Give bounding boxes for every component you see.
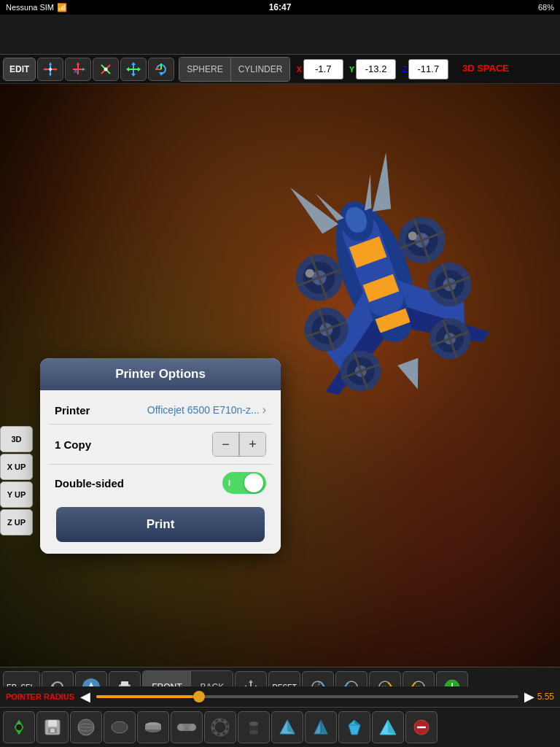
svg-point-117 (189, 724, 196, 731)
svg-marker-4 (43, 68, 46, 71)
toggle-knob (244, 473, 263, 492)
radius-slider[interactable] (96, 695, 518, 698)
double-sided-toggle[interactable]: I (222, 472, 266, 494)
svg-point-111 (112, 721, 128, 733)
move-x-icon[interactable] (37, 58, 63, 81)
svg-marker-71 (397, 358, 428, 393)
x-coord-group: X (296, 59, 343, 80)
x-label: X (296, 65, 301, 74)
svg-marker-9 (77, 62, 79, 65)
3d-canvas[interactable]: 3D X UP Y UP Z UP Printer Options Printe… (0, 84, 560, 667)
copy-row: 1 Copy − + (49, 425, 272, 465)
svg-marker-10 (82, 68, 85, 71)
dialog-title: Printer Options (115, 367, 206, 381)
svg-point-118 (213, 720, 228, 735)
x-up-button[interactable]: X UP (0, 454, 33, 480)
top-toolbar (0, 15, 560, 55)
svg-marker-20 (138, 67, 141, 71)
svg-marker-37 (290, 176, 340, 239)
svg-rect-114 (145, 725, 161, 729)
print-button[interactable]: Print (56, 507, 265, 542)
svg-point-14 (104, 67, 108, 71)
svg-point-122 (249, 730, 258, 735)
shape-cylinder-button[interactable] (238, 711, 270, 743)
svg-point-6 (49, 68, 52, 71)
3d-space-label: 3D SPACE (462, 63, 509, 74)
cylinder-button[interactable]: CYLINDER (231, 58, 290, 81)
dialog-header: Printer Options (40, 358, 281, 390)
svg-marker-17 (131, 62, 136, 65)
shape-cone-button[interactable] (271, 711, 303, 743)
svg-marker-2 (49, 62, 52, 65)
edit-button[interactable]: EDIT (3, 58, 36, 81)
svg-marker-5 (55, 68, 58, 71)
move-y-icon[interactable]: X (65, 58, 91, 81)
svg-marker-19 (126, 67, 129, 71)
bottom-toolbar-2 (0, 707, 560, 747)
svg-marker-3 (49, 74, 52, 77)
double-sided-label: Double-sided (55, 477, 124, 489)
scroll-right-button[interactable]: ▶ (524, 689, 534, 705)
y-coord-group: Y (349, 59, 396, 80)
pointer-radius-label: POINTER RADIUS (6, 692, 74, 701)
shape-flat-button[interactable] (137, 711, 169, 743)
y-input[interactable] (356, 59, 396, 80)
svg-point-103 (16, 724, 22, 730)
svg-text:z: z (318, 681, 321, 686)
copy-label: 1 Copy (55, 438, 91, 451)
shape-ellipsoid-button[interactable] (104, 711, 136, 743)
shape-prism-button[interactable] (305, 711, 337, 743)
copy-stepper: − + (212, 432, 266, 457)
z-input[interactable] (408, 59, 448, 80)
y-up-button[interactable]: Y UP (0, 481, 33, 508)
scroll-left-button[interactable]: ◀ (80, 689, 90, 705)
sphere-button[interactable]: SPHERE (179, 58, 230, 81)
printer-options-dialog: Printer Options Printer Officejet 6500 E… (40, 358, 281, 554)
z-coord-group: Z (402, 59, 448, 80)
z-up-button[interactable]: Z UP (0, 509, 33, 535)
svg-marker-83 (249, 680, 253, 683)
radius-slider-fill (96, 695, 202, 698)
wifi-icon: 📶 (57, 3, 67, 12)
radius-value: 5.55 (537, 692, 554, 702)
left-side-buttons: 3D X UP Y UP Z UP (0, 426, 33, 535)
svg-rect-107 (50, 729, 55, 732)
pointer-radius-bar: POINTER RADIUS ◀ ▶ 5.55 (0, 686, 560, 707)
battery-indicator: 68% (538, 3, 554, 12)
svg-point-116 (177, 724, 184, 731)
svg-point-121 (249, 721, 258, 726)
decrement-button[interactable]: − (213, 433, 239, 456)
status-bar: Nessuna SIM 📶 16:47 68% (0, 0, 560, 15)
radius-slider-thumb[interactable] (193, 691, 205, 703)
move-xy-icon[interactable] (120, 58, 147, 81)
x-input[interactable] (303, 59, 343, 80)
svg-text:X: X (74, 68, 78, 74)
increment-button[interactable]: + (239, 433, 265, 456)
canvas-background: 3D X UP Y UP Z UP Printer Options Printe… (0, 84, 560, 667)
remove-button[interactable] (405, 711, 438, 743)
printer-row[interactable]: Printer Officejet 6500 E710n-z... › (49, 396, 272, 425)
sphere-cylinder-group: SPHERE CYLINDER (179, 57, 290, 82)
double-sided-row: Double-sided I (49, 465, 272, 501)
dialog-body: Printer Officejet 6500 E710n-z... › 1 Co… (40, 390, 281, 554)
chevron-icon: › (262, 403, 266, 417)
rotate-icon[interactable] (148, 58, 174, 81)
svg-marker-18 (131, 74, 136, 77)
shape-torus-button[interactable] (204, 711, 236, 743)
shape-capsule-button[interactable] (171, 711, 203, 743)
save-button[interactable] (36, 711, 69, 743)
time-display: 16:47 (269, 2, 292, 12)
svg-rect-77 (121, 681, 128, 686)
recycle-button[interactable] (3, 711, 35, 743)
z-label: Z (402, 65, 407, 74)
3d-view-button[interactable]: 3D (0, 426, 33, 452)
printer-value: Officejet 6500 E710n-z... (147, 404, 260, 416)
printer-label: Printer (55, 404, 90, 417)
move-z-icon[interactable] (93, 58, 119, 81)
shape-pyramid-button[interactable] (372, 711, 404, 743)
svg-rect-105 (48, 720, 57, 727)
shape-gem-button[interactable] (338, 711, 370, 743)
shape-sphere-button[interactable] (70, 711, 102, 743)
y-label: Y (349, 65, 354, 74)
carrier-label: Nessuna SIM (6, 3, 54, 12)
